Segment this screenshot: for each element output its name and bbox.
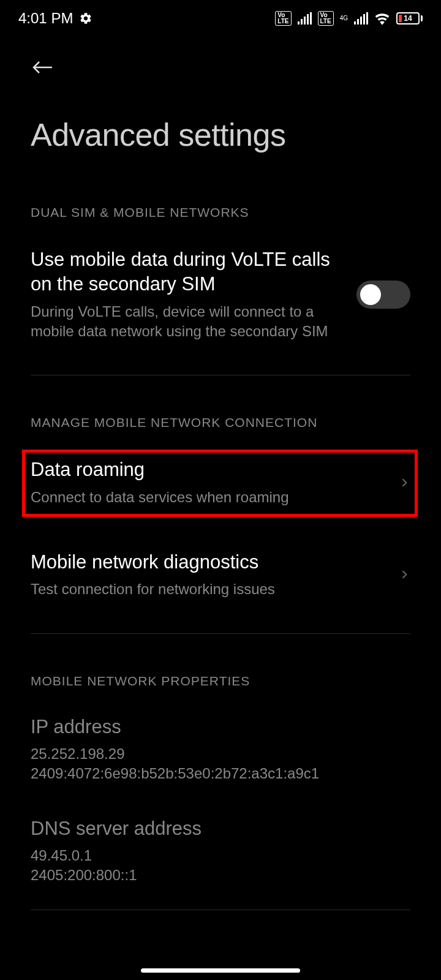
section-header-dual-sim: DUAL SIM & MOBILE NETWORKS — [31, 205, 410, 220]
setting-data-roaming-title: Data roaming — [31, 458, 386, 482]
setting-data-roaming[interactable]: Data roaming Connect to data services wh… — [31, 436, 410, 529]
volte-badge-2: VoLTE — [318, 11, 334, 26]
divider — [31, 910, 410, 910]
status-right: VoLTE VoLTE 4G 14 — [275, 11, 423, 26]
volte-badge-1: VoLTE — [275, 11, 291, 26]
info-ip-title: IP address — [31, 716, 410, 738]
back-button[interactable] — [31, 55, 55, 80]
setting-volte-data[interactable]: Use mobile data during VoLTE calls on th… — [31, 226, 410, 363]
signal-bars-1 — [298, 12, 312, 24]
info-dns-value1: 49.45.0.1 — [31, 846, 410, 865]
wifi-icon — [374, 11, 390, 26]
nav-indicator[interactable] — [141, 968, 300, 973]
section-header-manage-connection: MANAGE MOBILE NETWORK CONNECTION — [31, 415, 410, 430]
setting-volte-title: Use mobile data during VoLTE calls on th… — [31, 247, 344, 297]
page-title: Advanced settings — [31, 116, 410, 153]
status-time: 4:01 PM — [18, 10, 73, 27]
content: DUAL SIM & MOBILE NETWORKS Use mobile da… — [0, 205, 441, 910]
setting-diagnostics-subtitle: Test connection for networking issues — [31, 579, 386, 599]
status-left: 4:01 PM — [18, 10, 92, 27]
setting-diagnostics-title: Mobile network diagnostics — [31, 550, 386, 575]
battery-level-text: 14 — [404, 14, 412, 23]
battery-icon: 14 — [396, 11, 423, 26]
gear-icon — [79, 12, 92, 25]
info-ip-value2: 2409:4072:6e98:b52b:53e0:2b72:a3c1:a9c1 — [31, 764, 410, 783]
chevron-right-icon — [398, 477, 410, 489]
setting-volte-subtitle: During VoLTE calls, device will connect … — [31, 302, 344, 342]
section-header-network-properties: MOBILE NETWORK PROPERTIES — [31, 674, 410, 688]
info-ip-value1: 25.252.198.29 — [31, 744, 410, 764]
setting-diagnostics[interactable]: Mobile network diagnostics Test connecti… — [31, 529, 410, 621]
info-dns-server: DNS server address 49.45.0.1 2405:200:80… — [31, 796, 410, 898]
chevron-right-icon — [398, 568, 410, 581]
toggle-volte-data[interactable] — [356, 281, 410, 309]
info-dns-value2: 2405:200:800::1 — [31, 865, 410, 885]
status-bar: 4:01 PM VoLTE VoLTE 4G 14 — [0, 0, 441, 37]
divider — [31, 375, 410, 375]
setting-data-roaming-subtitle: Connect to data services when roaming — [31, 488, 386, 507]
network-type: 4G — [340, 11, 348, 26]
info-ip-address: IP address 25.252.198.29 2409:4072:6e98:… — [31, 695, 410, 796]
signal-bars-2 — [354, 12, 368, 24]
info-dns-title: DNS server address — [31, 818, 410, 840]
divider — [31, 633, 410, 634]
header: Advanced settings — [0, 37, 441, 165]
